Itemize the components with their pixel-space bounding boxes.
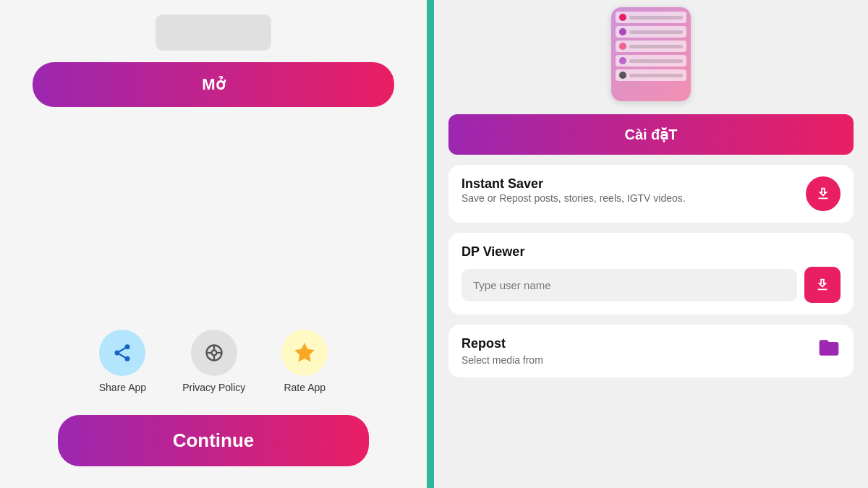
app-screenshot <box>448 7 854 101</box>
open-button[interactable]: Mở <box>33 62 394 107</box>
left-panel: Mở Share App <box>0 0 427 488</box>
instant-saver-desc: Save or Repost posts, stories, reels, IG… <box>461 192 686 206</box>
app-icon-placeholder <box>156 14 271 51</box>
instant-saver-download-button[interactable] <box>806 176 841 211</box>
app-icon-area <box>29 14 398 51</box>
install-button[interactable]: Cài đặT <box>448 114 854 155</box>
phone-mockup <box>611 7 691 101</box>
svg-line-3 <box>119 354 125 358</box>
share-icon <box>99 330 145 376</box>
dp-viewer-title: DP Viewer <box>461 244 841 260</box>
privacy-icon <box>191 330 237 376</box>
svg-point-0 <box>125 344 130 349</box>
actions-row: Share App Privacy Policy <box>29 330 398 393</box>
username-input[interactable] <box>461 269 797 301</box>
svg-point-2 <box>125 356 130 361</box>
svg-marker-11 <box>296 344 314 361</box>
repost-desc: Select media from <box>461 354 543 366</box>
svg-line-4 <box>119 348 125 352</box>
privacy-policy-label: Privacy Policy <box>182 382 245 393</box>
panel-divider <box>427 0 434 488</box>
dp-viewer-card: DP Viewer <box>448 233 854 314</box>
rate-app-item[interactable]: Rate App <box>281 330 328 393</box>
privacy-policy-item[interactable]: Privacy Policy <box>182 330 245 393</box>
instant-saver-card: Instant Saver Save or Repost posts, stor… <box>448 165 854 223</box>
rate-icon <box>281 330 328 376</box>
instant-saver-title: Instant Saver <box>461 176 686 192</box>
repost-card: Repost Select media from <box>448 325 854 377</box>
right-panel: Cài đặT Instant Saver Save or Repost pos… <box>434 0 868 488</box>
rate-app-label: Rate App <box>284 382 326 393</box>
folder-icon <box>817 336 841 364</box>
dp-download-button[interactable] <box>804 267 841 303</box>
svg-point-1 <box>115 351 120 356</box>
share-app-item[interactable]: Share App <box>99 330 146 393</box>
continue-button[interactable]: Continue <box>58 415 369 466</box>
share-app-label: Share App <box>99 382 146 393</box>
repost-title: Repost <box>461 336 543 351</box>
svg-point-6 <box>211 351 216 356</box>
